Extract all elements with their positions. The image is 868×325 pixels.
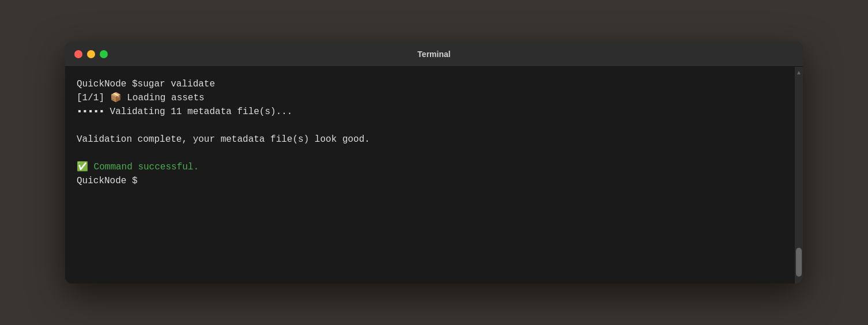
scrollbar-thumb[interactable] [796,248,802,277]
close-button[interactable] [74,50,82,58]
maximize-button[interactable] [100,50,108,58]
terminal-line-5: Validation complete, your metadata file(… [77,133,783,146]
terminal-content[interactable]: QuickNode $sugar validate [1/1] 📦 Loadin… [65,67,795,284]
terminal-prompt-line: QuickNode $ [77,174,783,188]
terminal-empty-line-1 [77,119,783,133]
terminal-empty-line-2 [77,146,783,160]
window-title: Terminal [417,50,450,59]
terminal-window: Terminal QuickNode $sugar validate [1/1]… [65,41,803,284]
terminal-body: QuickNode $sugar validate [1/1] 📦 Loadin… [65,67,803,284]
traffic-lights [74,50,108,58]
scrollbar-track: ▲ [795,67,803,284]
scrollbar-up-arrow[interactable]: ▲ [795,68,802,76]
terminal-line-3: ▪▪▪▪▪ Validating 11 metadata file(s)... [77,105,783,119]
terminal-success-line: ✅ Command successful. [77,160,783,174]
minimize-button[interactable] [87,50,95,58]
titlebar: Terminal [65,41,803,67]
terminal-line-2: [1/1] 📦 Loading assets [77,91,783,105]
terminal-line-1: QuickNode $sugar validate [77,77,783,91]
